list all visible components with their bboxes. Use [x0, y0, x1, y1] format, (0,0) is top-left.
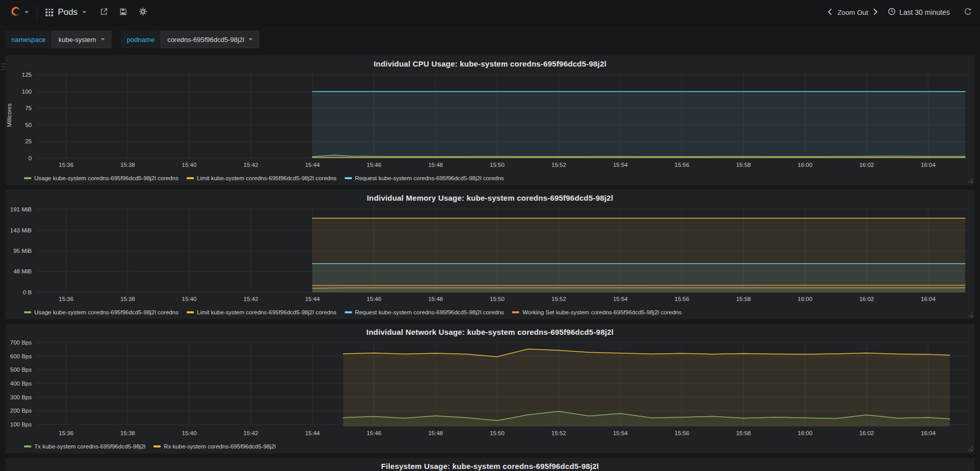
legend-series-name: Tx kube-system coredns-695f96dcd5-98j2l	[34, 443, 145, 449]
legend-item[interactable]: Request kube-system coredns-695f96dcd5-9…	[345, 309, 504, 315]
refresh-button[interactable]	[964, 8, 972, 17]
variable-select-podname[interactable]: coredns-695f96dcd5-98j2l	[161, 31, 259, 48]
svg-text:300 Bps: 300 Bps	[10, 394, 32, 400]
dashboards-grid-icon	[46, 9, 53, 16]
svg-text:16:02: 16:02	[859, 162, 874, 168]
chevron-down-icon	[101, 38, 105, 40]
svg-text:15:54: 15:54	[613, 296, 628, 302]
panel-network: Individual Network Usage: kube-system co…	[5, 324, 975, 454]
svg-text:15:46: 15:46	[367, 296, 382, 302]
panel-title[interactable]: Individual Memory Usage: kube-system cor…	[6, 190, 974, 203]
legend-series-color	[24, 177, 31, 179]
svg-text:191 MiB: 191 MiB	[10, 206, 32, 212]
svg-text:15:44: 15:44	[305, 162, 320, 168]
save-button[interactable]	[119, 8, 127, 17]
legend-series-color	[345, 311, 352, 313]
svg-text:15:52: 15:52	[551, 162, 566, 168]
svg-text:15:36: 15:36	[59, 296, 74, 302]
legend-series-name: Limit kube-system coredns-695f96dcd5-98j…	[197, 175, 337, 181]
svg-text:16:04: 16:04	[921, 296, 936, 302]
chevron-down-icon	[25, 11, 29, 13]
svg-text:15:40: 15:40	[182, 162, 197, 168]
svg-text:15:40: 15:40	[182, 430, 197, 436]
svg-text:100: 100	[22, 89, 32, 95]
variable-namespace: namespace kube-system	[5, 31, 112, 48]
svg-text:16:04: 16:04	[921, 430, 936, 436]
svg-text:95 MiB: 95 MiB	[13, 248, 32, 254]
row-drag-handle-icon[interactable]	[1, 62, 5, 71]
time-back-button[interactable]	[828, 8, 832, 17]
panel-memory: Individual Memory Usage: kube-system cor…	[5, 189, 975, 319]
legend-item[interactable]: Working Set kube-system coredns-695f96dc…	[512, 309, 681, 315]
cpu-usage-chart[interactable]: 15:3615:3815:4015:4215:4415:4615:4815:50…	[6, 69, 974, 170]
svg-text:500 Bps: 500 Bps	[10, 367, 32, 373]
panel-filesystem: Filesystem Usage: kube-system coredns-69…	[5, 458, 975, 471]
legend-item[interactable]: Tx kube-system coredns-695f96dcd5-98j2l	[24, 443, 145, 449]
variable-label-podname: podname	[121, 31, 161, 48]
memory-usage-chart[interactable]: 15:3615:3815:4015:4215:4415:4615:4815:50…	[6, 203, 974, 305]
svg-text:15:38: 15:38	[120, 296, 135, 302]
panel-title[interactable]: Individual CPU Usage: kube-system coredn…	[6, 56, 974, 69]
gear-icon	[139, 7, 147, 17]
svg-text:15:52: 15:52	[551, 430, 566, 436]
settings-button[interactable]	[139, 7, 147, 17]
legend-series-name: Rx kube-system coredns-695f96dcd5-98j2l	[164, 443, 276, 449]
legend-item[interactable]: Rx kube-system coredns-695f96dcd5-98j2l	[153, 443, 276, 449]
svg-text:15:44: 15:44	[305, 296, 320, 302]
legend-series-name: Request kube-system coredns-695f96dcd5-9…	[355, 309, 504, 315]
svg-text:Millicores: Millicores	[6, 103, 12, 127]
zoom-out-button[interactable]: Zoom Out	[837, 9, 868, 16]
legend-series-color	[345, 177, 352, 179]
chevron-down-icon	[249, 38, 253, 40]
svg-text:16:02: 16:02	[859, 296, 874, 302]
time-range-label: Last 30 minutes	[899, 8, 950, 16]
legend-item[interactable]: Limit kube-system coredns-695f96dcd5-98j…	[187, 309, 337, 315]
dashboard-picker[interactable]: Pods	[46, 7, 86, 17]
svg-text:15:48: 15:48	[428, 430, 443, 436]
legend-series-color	[187, 311, 194, 313]
svg-text:15:50: 15:50	[490, 430, 505, 436]
svg-text:15:48: 15:48	[428, 296, 443, 302]
legend-item[interactable]: Usage kube-system coredns-695f96dcd5-98j…	[24, 309, 179, 315]
legend-series-name: Usage kube-system coredns-695f96dcd5-98j…	[34, 309, 179, 315]
legend: Usage kube-system coredns-695f96dcd5-98j…	[6, 305, 974, 320]
legend-series-name: Request kube-system coredns-695f96dcd5-9…	[355, 175, 504, 181]
grafana-logo-icon	[8, 5, 22, 20]
svg-text:15:38: 15:38	[120, 162, 135, 168]
svg-text:16:02: 16:02	[859, 430, 874, 436]
legend-item[interactable]: Request kube-system coredns-695f96dcd5-9…	[345, 175, 504, 181]
svg-text:15:54: 15:54	[613, 162, 628, 168]
svg-text:15:52: 15:52	[551, 296, 566, 302]
variable-select-namespace[interactable]: kube-system	[52, 31, 112, 48]
legend-series-color	[153, 445, 161, 447]
svg-text:200 Bps: 200 Bps	[10, 408, 32, 414]
network-usage-chart[interactable]: 15:3615:3815:4015:4215:4415:4615:4815:50…	[6, 337, 974, 439]
svg-text:16:04: 16:04	[921, 162, 936, 168]
svg-text:15:46: 15:46	[367, 430, 382, 436]
time-range-button[interactable]: Last 30 minutes	[888, 8, 950, 17]
svg-text:15:42: 15:42	[243, 162, 258, 168]
variable-podname: podname coredns-695f96dcd5-98j2l	[121, 31, 260, 48]
legend-item[interactable]: Usage kube-system coredns-695f96dcd5-98j…	[24, 175, 179, 181]
svg-text:100 Bps: 100 Bps	[10, 421, 32, 427]
chevron-down-icon	[82, 11, 86, 13]
share-button[interactable]	[100, 8, 108, 17]
legend-series-name: Limit kube-system coredns-695f96dcd5-98j…	[197, 309, 337, 315]
legend-item[interactable]: Limit kube-system coredns-695f96dcd5-98j…	[187, 175, 337, 181]
panel-title[interactable]: Individual Network Usage: kube-system co…	[6, 324, 974, 337]
svg-text:15:44: 15:44	[305, 430, 320, 436]
legend: Tx kube-system coredns-695f96dcd5-98j2lR…	[6, 439, 974, 454]
svg-text:600 Bps: 600 Bps	[10, 353, 32, 359]
grafana-logo-button[interactable]	[8, 5, 29, 20]
svg-text:50: 50	[25, 122, 32, 128]
chevron-left-icon	[828, 8, 832, 17]
svg-text:15:36: 15:36	[59, 162, 74, 168]
svg-text:15:56: 15:56	[675, 430, 689, 436]
time-forward-button[interactable]	[873, 8, 878, 17]
svg-text:15:42: 15:42	[243, 296, 258, 302]
svg-text:16:00: 16:00	[798, 430, 813, 436]
divider	[37, 6, 37, 19]
panel-title[interactable]: Filesystem Usage: kube-system coredns-69…	[6, 458, 974, 471]
svg-text:15:56: 15:56	[675, 162, 689, 168]
svg-text:15:48: 15:48	[428, 162, 443, 168]
